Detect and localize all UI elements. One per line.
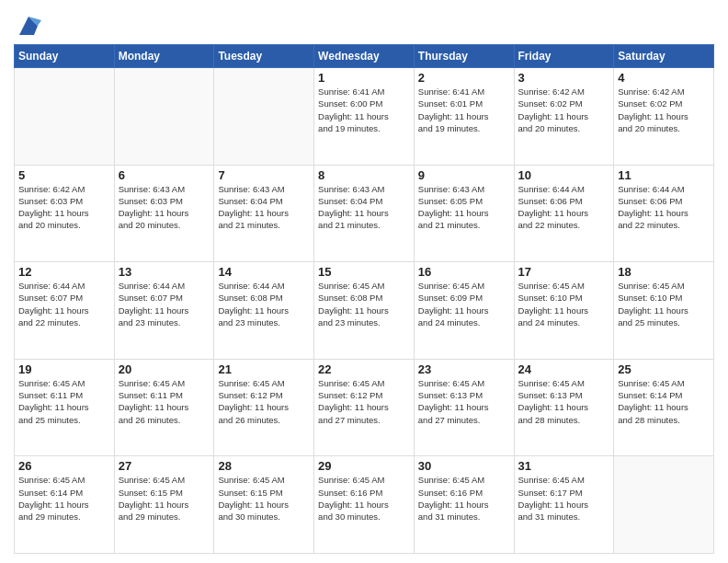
calendar-cell: 23Sunrise: 6:45 AM Sunset: 6:13 PM Dayli… — [414, 359, 514, 456]
day-info: Sunrise: 6:41 AM Sunset: 6:01 PM Dayligh… — [418, 86, 510, 134]
day-info: Sunrise: 6:45 AM Sunset: 6:13 PM Dayligh… — [418, 377, 510, 426]
calendar-cell: 3Sunrise: 6:42 AM Sunset: 6:02 PM Daylig… — [514, 68, 614, 166]
day-info: Sunrise: 6:45 AM Sunset: 6:08 PM Dayligh… — [318, 280, 410, 328]
calendar-cell: 13Sunrise: 6:44 AM Sunset: 6:07 PM Dayli… — [114, 262, 214, 360]
day-info: Sunrise: 6:45 AM Sunset: 6:14 PM Dayligh… — [618, 377, 710, 426]
weekday-header-friday: Friday — [514, 45, 614, 68]
day-info: Sunrise: 6:45 AM Sunset: 6:16 PM Dayligh… — [318, 474, 410, 523]
calendar-cell: 6Sunrise: 6:43 AM Sunset: 6:03 PM Daylig… — [114, 165, 214, 262]
calendar-cell: 26Sunrise: 6:45 AM Sunset: 6:14 PM Dayli… — [15, 456, 115, 554]
week-row-3: 12Sunrise: 6:44 AM Sunset: 6:07 PM Dayli… — [15, 262, 714, 360]
day-info: Sunrise: 6:45 AM Sunset: 6:14 PM Dayligh… — [18, 474, 110, 523]
day-info: Sunrise: 6:44 AM Sunset: 6:07 PM Dayligh… — [18, 280, 110, 328]
day-info: Sunrise: 6:45 AM Sunset: 6:17 PM Dayligh… — [518, 474, 610, 523]
day-info: Sunrise: 6:43 AM Sunset: 6:03 PM Dayligh… — [119, 183, 210, 232]
calendar-cell: 21Sunrise: 6:45 AM Sunset: 6:12 PM Dayli… — [214, 359, 314, 456]
day-info: Sunrise: 6:43 AM Sunset: 6:05 PM Dayligh… — [418, 183, 510, 232]
day-number: 16 — [418, 265, 510, 279]
day-number: 1 — [318, 71, 410, 85]
day-number: 2 — [418, 71, 510, 85]
calendar-cell: 19Sunrise: 6:45 AM Sunset: 6:11 PM Dayli… — [15, 359, 115, 456]
calendar-cell: 2Sunrise: 6:41 AM Sunset: 6:01 PM Daylig… — [414, 68, 514, 166]
calendar-cell: 1Sunrise: 6:41 AM Sunset: 6:00 PM Daylig… — [314, 68, 415, 166]
day-number: 31 — [518, 459, 610, 473]
calendar-cell: 14Sunrise: 6:44 AM Sunset: 6:08 PM Dayli… — [214, 262, 314, 360]
day-number: 13 — [119, 265, 210, 279]
day-info: Sunrise: 6:45 AM Sunset: 6:10 PM Dayligh… — [618, 280, 710, 328]
calendar-cell: 18Sunrise: 6:45 AM Sunset: 6:10 PM Dayli… — [614, 262, 714, 360]
weekday-header-sunday: Sunday — [15, 45, 115, 68]
day-number: 28 — [218, 459, 310, 473]
calendar-cell — [15, 68, 115, 166]
calendar-cell: 12Sunrise: 6:44 AM Sunset: 6:07 PM Dayli… — [15, 262, 115, 360]
calendar-cell: 22Sunrise: 6:45 AM Sunset: 6:12 PM Dayli… — [314, 359, 415, 456]
day-info: Sunrise: 6:45 AM Sunset: 6:12 PM Dayligh… — [318, 377, 410, 426]
day-info: Sunrise: 6:44 AM Sunset: 6:07 PM Dayligh… — [119, 280, 210, 328]
day-number: 19 — [18, 362, 110, 376]
day-number: 8 — [318, 168, 410, 182]
weekday-header-row: SundayMondayTuesdayWednesdayThursdayFrid… — [15, 45, 714, 68]
calendar: SundayMondayTuesdayWednesdayThursdayFrid… — [14, 44, 714, 554]
week-row-5: 26Sunrise: 6:45 AM Sunset: 6:14 PM Dayli… — [15, 456, 714, 554]
day-info: Sunrise: 6:42 AM Sunset: 6:03 PM Dayligh… — [18, 183, 110, 232]
calendar-cell: 25Sunrise: 6:45 AM Sunset: 6:14 PM Dayli… — [614, 359, 714, 456]
day-info: Sunrise: 6:45 AM Sunset: 6:15 PM Dayligh… — [218, 474, 310, 523]
day-number: 20 — [119, 362, 210, 376]
weekday-header-tuesday: Tuesday — [214, 45, 314, 68]
weekday-header-saturday: Saturday — [614, 45, 714, 68]
day-number: 17 — [518, 265, 610, 279]
logo-icon — [16, 13, 41, 39]
day-number: 4 — [618, 71, 710, 85]
day-number: 10 — [518, 168, 610, 182]
day-info: Sunrise: 6:42 AM Sunset: 6:02 PM Dayligh… — [518, 86, 610, 134]
weekday-header-wednesday: Wednesday — [314, 45, 415, 68]
day-info: Sunrise: 6:45 AM Sunset: 6:15 PM Dayligh… — [119, 474, 210, 523]
calendar-cell: 7Sunrise: 6:43 AM Sunset: 6:04 PM Daylig… — [214, 165, 314, 262]
calendar-cell: 17Sunrise: 6:45 AM Sunset: 6:10 PM Dayli… — [514, 262, 614, 360]
day-info: Sunrise: 6:45 AM Sunset: 6:12 PM Dayligh… — [218, 377, 310, 426]
day-number: 11 — [618, 168, 710, 182]
day-number: 24 — [518, 362, 610, 376]
calendar-cell — [114, 68, 214, 166]
calendar-cell: 8Sunrise: 6:43 AM Sunset: 6:04 PM Daylig… — [314, 165, 415, 262]
header — [14, 9, 714, 39]
day-info: Sunrise: 6:43 AM Sunset: 6:04 PM Dayligh… — [318, 183, 410, 232]
day-info: Sunrise: 6:44 AM Sunset: 6:08 PM Dayligh… — [218, 280, 310, 328]
calendar-cell — [214, 68, 314, 166]
calendar-cell: 5Sunrise: 6:42 AM Sunset: 6:03 PM Daylig… — [15, 165, 115, 262]
day-info: Sunrise: 6:45 AM Sunset: 6:09 PM Dayligh… — [418, 280, 510, 328]
calendar-cell: 29Sunrise: 6:45 AM Sunset: 6:16 PM Dayli… — [314, 456, 415, 554]
day-number: 14 — [218, 265, 310, 279]
calendar-cell: 28Sunrise: 6:45 AM Sunset: 6:15 PM Dayli… — [214, 456, 314, 554]
day-number: 26 — [18, 459, 110, 473]
day-number: 3 — [518, 71, 610, 85]
calendar-cell: 10Sunrise: 6:44 AM Sunset: 6:06 PM Dayli… — [514, 165, 614, 262]
calendar-cell: 20Sunrise: 6:45 AM Sunset: 6:11 PM Dayli… — [114, 359, 214, 456]
day-number: 6 — [119, 168, 210, 182]
logo — [14, 13, 41, 39]
week-row-2: 5Sunrise: 6:42 AM Sunset: 6:03 PM Daylig… — [15, 165, 714, 262]
day-info: Sunrise: 6:45 AM Sunset: 6:16 PM Dayligh… — [418, 474, 510, 523]
day-info: Sunrise: 6:44 AM Sunset: 6:06 PM Dayligh… — [518, 183, 610, 232]
day-info: Sunrise: 6:45 AM Sunset: 6:11 PM Dayligh… — [18, 377, 110, 426]
calendar-cell: 15Sunrise: 6:45 AM Sunset: 6:08 PM Dayli… — [314, 262, 415, 360]
day-number: 22 — [318, 362, 410, 376]
calendar-cell: 16Sunrise: 6:45 AM Sunset: 6:09 PM Dayli… — [414, 262, 514, 360]
day-number: 23 — [418, 362, 510, 376]
day-info: Sunrise: 6:45 AM Sunset: 6:11 PM Dayligh… — [119, 377, 210, 426]
day-number: 27 — [119, 459, 210, 473]
day-info: Sunrise: 6:42 AM Sunset: 6:02 PM Dayligh… — [618, 86, 710, 134]
day-info: Sunrise: 6:44 AM Sunset: 6:06 PM Dayligh… — [618, 183, 710, 232]
calendar-cell: 24Sunrise: 6:45 AM Sunset: 6:13 PM Dayli… — [514, 359, 614, 456]
calendar-cell: 27Sunrise: 6:45 AM Sunset: 6:15 PM Dayli… — [114, 456, 214, 554]
weekday-header-thursday: Thursday — [414, 45, 514, 68]
week-row-4: 19Sunrise: 6:45 AM Sunset: 6:11 PM Dayli… — [15, 359, 714, 456]
day-info: Sunrise: 6:45 AM Sunset: 6:10 PM Dayligh… — [518, 280, 610, 328]
day-number: 21 — [218, 362, 310, 376]
calendar-cell: 4Sunrise: 6:42 AM Sunset: 6:02 PM Daylig… — [614, 68, 714, 166]
calendar-cell: 30Sunrise: 6:45 AM Sunset: 6:16 PM Dayli… — [414, 456, 514, 554]
calendar-cell — [614, 456, 714, 554]
day-number: 30 — [418, 459, 510, 473]
day-info: Sunrise: 6:43 AM Sunset: 6:04 PM Dayligh… — [218, 183, 310, 232]
day-info: Sunrise: 6:41 AM Sunset: 6:00 PM Dayligh… — [318, 86, 410, 134]
